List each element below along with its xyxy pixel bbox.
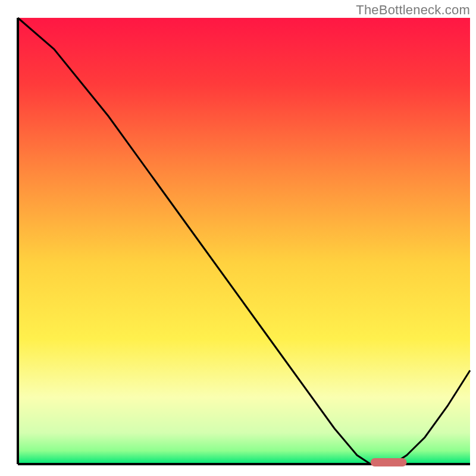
watermark-text: TheBottleneck.com — [356, 2, 470, 18]
chart-container: TheBottleneck.com — [0, 0, 476, 476]
plot-area — [18, 18, 470, 466]
bottleneck-chart — [0, 0, 476, 476]
gradient-background — [18, 18, 470, 464]
optimal-range-marker — [371, 458, 407, 466]
